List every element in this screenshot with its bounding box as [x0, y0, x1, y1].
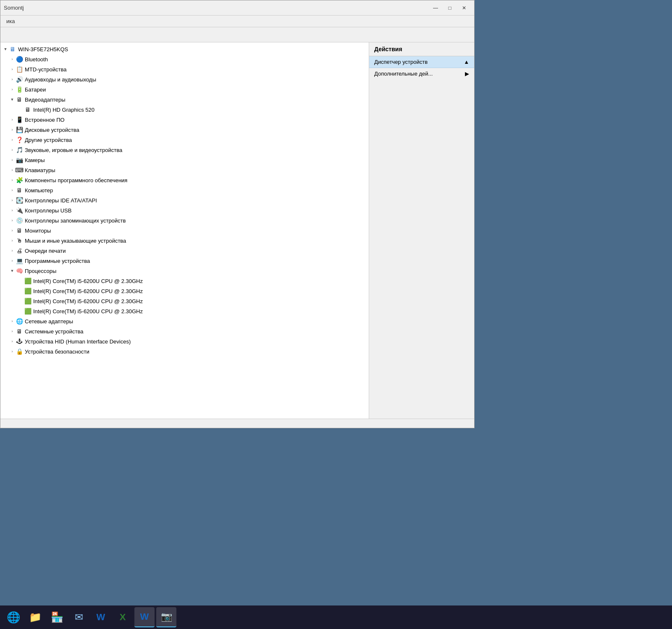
audio-toggle-icon[interactable]: ›: [9, 76, 16, 83]
close-button[interactable]: ✕: [457, 3, 471, 13]
keyboard-toggle-icon[interactable]: ›: [9, 167, 16, 173]
video-toggle-icon[interactable]: ▼: [9, 96, 16, 103]
tree-item-network[interactable]: › 🌐 Сетевые адаптеры: [0, 316, 369, 326]
tree-item-processors[interactable]: ▼ 🧠 Процессоры: [0, 266, 369, 276]
taskbar-word2[interactable]: W: [134, 607, 155, 627]
monitors-toggle-icon[interactable]: ›: [9, 227, 16, 234]
battery-toggle-icon[interactable]: ›: [9, 86, 16, 93]
tree-item-other[interactable]: › ❓ Другие устройства: [0, 135, 369, 145]
tree-item-sound[interactable]: › 🎵 Звуковые, игровые и видеоустройства: [0, 145, 369, 155]
tree-item-hid[interactable]: › 🕹 Устройства HID (Human Interface Devi…: [0, 336, 369, 346]
tree-item-intel-graphics[interactable]: 🖥 Intel(R) HD Graphics 520: [0, 105, 369, 115]
system-toggle-icon[interactable]: ›: [9, 328, 16, 335]
mouse-toggle-icon[interactable]: ›: [9, 237, 16, 244]
software-toggle-icon[interactable]: ›: [9, 177, 16, 183]
security-label: Устройства безопасности: [25, 349, 89, 355]
tree-item-cpu-1[interactable]: 🟩 Intel(R) Core(TM) i5-6200U CPU @ 2.30G…: [0, 276, 369, 286]
title-bar: Somontj — □ ✕: [0, 0, 474, 16]
tree-item-camera[interactable]: › 📷 Камеры: [0, 155, 369, 165]
actions-header: Действия: [369, 42, 474, 56]
tree-item-audio[interactable]: › 🔊 Аудиовходы и аудиовыходы: [0, 74, 369, 84]
print-label: Очереди печати: [25, 248, 66, 254]
system-label: Системные устройства: [25, 328, 83, 335]
firmware-toggle-icon[interactable]: ›: [9, 116, 16, 123]
storage-label: Контроллеры запоминающих устройств: [25, 218, 126, 224]
tree-item-usb[interactable]: › 🔌 Контроллеры USB: [0, 205, 369, 215]
cpu2-icon: 🟩: [24, 287, 32, 295]
audio-icon: 🔊: [16, 76, 23, 83]
content-area: ▼ 🖥 WIN-3F5E72H5KQS › 🔵 Bluetooth › 📋 MT…: [0, 42, 474, 419]
tree-item-cpu-4[interactable]: 🟩 Intel(R) Core(TM) i5-6200U CPU @ 2.30G…: [0, 306, 369, 316]
video-icon: 🖥: [16, 96, 23, 103]
taskbar-explorer[interactable]: 📁: [25, 607, 45, 627]
prog-toggle-icon[interactable]: ›: [9, 257, 16, 264]
taskbar-word[interactable]: W: [91, 607, 111, 627]
keyboard-icon: ⌨: [16, 166, 23, 174]
tree-item-bluetooth[interactable]: › 🔵 Bluetooth: [0, 54, 369, 64]
tree-item-video[interactable]: ▼ 🖥 Видеоадаптеры: [0, 94, 369, 105]
sound-toggle-icon[interactable]: ›: [9, 147, 16, 153]
taskbar-mail[interactable]: ✉: [69, 607, 89, 627]
tree-item-computer[interactable]: › 🖥 Компьютер: [0, 185, 369, 195]
cpu1-icon: 🟩: [24, 277, 32, 285]
ide-label: Контроллеры IDE ATA/ATAPI: [25, 197, 97, 204]
monitors-icon: 🖥: [16, 227, 23, 234]
camera-toggle-icon[interactable]: ›: [9, 157, 16, 163]
tree-item-mtd[interactable]: › 📋 MTD-устройства: [0, 64, 369, 74]
tree-item-battery[interactable]: › 🔋 Батареи: [0, 84, 369, 94]
taskbar-excel[interactable]: X: [113, 607, 133, 627]
device-tree-panel[interactable]: ▼ 🖥 WIN-3F5E72H5KQS › 🔵 Bluetooth › 📋 MT…: [0, 42, 369, 419]
camera-icon: 📷: [16, 156, 23, 164]
taskbar-edge[interactable]: 🌐: [3, 607, 24, 627]
window-controls: — □ ✕: [429, 3, 471, 13]
tree-item-cpu-2[interactable]: 🟩 Intel(R) Core(TM) i5-6200U CPU @ 2.30G…: [0, 286, 369, 296]
taskbar-store[interactable]: 🏪: [47, 607, 67, 627]
usb-icon: 🔌: [16, 207, 23, 214]
mtd-toggle-icon[interactable]: ›: [9, 66, 16, 73]
hid-label: Устройства HID (Human Interface Devices): [25, 338, 131, 345]
network-toggle-icon[interactable]: ›: [9, 318, 16, 325]
menu-item-ika[interactable]: ика: [2, 16, 19, 26]
tree-item-disk[interactable]: › 💾 Дисковые устройства: [0, 125, 369, 135]
tree-item-firmware[interactable]: › 📱 Встроенное ПО: [0, 115, 369, 125]
disk-toggle-icon[interactable]: ›: [9, 126, 16, 133]
print-toggle-icon[interactable]: ›: [9, 247, 16, 254]
bluetooth-toggle-icon[interactable]: ›: [9, 56, 16, 63]
computer-toggle-icon[interactable]: ›: [9, 187, 16, 194]
security-toggle-icon[interactable]: ›: [9, 348, 16, 355]
mtd-icon: 📋: [16, 66, 23, 73]
usb-toggle-icon[interactable]: ›: [9, 207, 16, 214]
sound-icon: 🎵: [16, 146, 23, 154]
status-bar: [0, 419, 474, 428]
cpu3-label: Intel(R) Core(TM) i5-6200U CPU @ 2.30GHz: [33, 298, 143, 304]
actions-additional[interactable]: Дополнительные дей... ▶: [369, 68, 474, 79]
processors-toggle-icon[interactable]: ▼: [9, 267, 16, 274]
tree-item-system[interactable]: › 🖥 Системные устройства: [0, 326, 369, 336]
prog-label: Программные устройства: [25, 258, 90, 264]
root-toggle-icon[interactable]: ▼: [2, 46, 9, 52]
ide-toggle-icon[interactable]: ›: [9, 197, 16, 204]
tree-item-storage[interactable]: › 💿 Контроллеры запоминающих устройств: [0, 215, 369, 225]
audio-label: Аудиовходы и аудиовыходы: [25, 76, 96, 83]
other-toggle-icon[interactable]: ›: [9, 136, 16, 143]
tree-item-mouse[interactable]: › 🖱 Мыши и иные указывающие устройства: [0, 236, 369, 246]
tree-item-prog[interactable]: › 💻 Программные устройства: [0, 256, 369, 266]
storage-toggle-icon[interactable]: ›: [9, 217, 16, 224]
intel-graphics-icon: 🖥: [24, 106, 32, 113]
camera-label: Камеры: [25, 157, 45, 163]
tree-item-monitors[interactable]: › 🖥 Мониторы: [0, 225, 369, 236]
tree-item-cpu-3[interactable]: 🟩 Intel(R) Core(TM) i5-6200U CPU @ 2.30G…: [0, 296, 369, 306]
minimize-button[interactable]: —: [429, 3, 442, 13]
cpu3-icon: 🟩: [24, 297, 32, 305]
tree-item-software[interactable]: › 🧩 Компоненты программного обеспечения: [0, 175, 369, 185]
actions-device-manager[interactable]: Диспетчер устройств ▲: [369, 56, 474, 68]
maximize-button[interactable]: □: [443, 3, 457, 13]
tree-root[interactable]: ▼ 🖥 WIN-3F5E72H5KQS: [0, 44, 369, 54]
root-label: WIN-3F5E72H5KQS: [18, 46, 68, 52]
tree-item-print[interactable]: › 🖨 Очереди печати: [0, 246, 369, 256]
tree-item-ide[interactable]: › 💽 Контроллеры IDE ATA/ATAPI: [0, 195, 369, 205]
tree-item-security[interactable]: › 🔒 Устройства безопасности: [0, 346, 369, 356]
taskbar-device-manager[interactable]: 📷: [156, 607, 176, 627]
tree-item-keyboard[interactable]: › ⌨ Клавиатуры: [0, 165, 369, 175]
hid-toggle-icon[interactable]: ›: [9, 338, 16, 345]
